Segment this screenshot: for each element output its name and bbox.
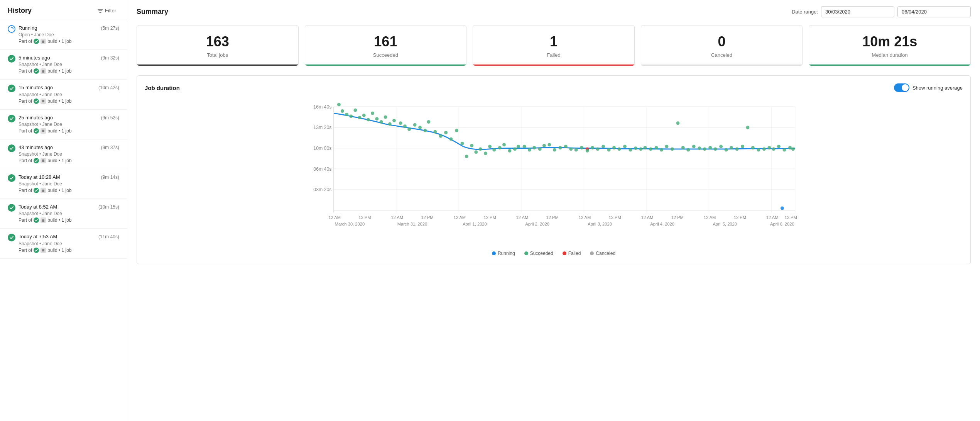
meta-build-icon: ▦ [41,128,46,134]
running-icon [8,25,15,33]
svg-point-101 [612,146,616,149]
svg-point-97 [591,146,594,149]
history-item-meta: Part of ▦ build • 1 job [19,39,72,44]
svg-point-75 [484,152,487,155]
svg-point-68 [449,138,453,141]
svg-point-92 [569,148,573,151]
svg-point-63 [423,129,427,132]
history-duration: (9m 32s) [101,55,119,61]
history-item-meta: Part of ▦ build • 1 job [19,188,72,193]
history-duration: (10m 15s) [98,204,119,210]
svg-text:12 AM: 12 AM [579,215,591,220]
meta-check-icon [34,68,39,74]
history-item[interactable]: 5 minutes ago Snapshot • Jane Doe Part o… [0,50,127,80]
svg-point-50 [362,114,366,117]
stat-label-succeeded: Succeeded [311,52,460,58]
svg-point-103 [623,145,627,148]
stats-row: 163 Total jobs 161 Succeeded 1 Failed 0 … [137,25,971,66]
chart-section: Job duration Show running average 16m 40… [137,75,971,264]
stat-value-duration: 10m 21s [815,33,964,50]
history-item[interactable]: 43 minutes ago Snapshot • Jane Doe Part … [0,139,127,169]
svg-text:April 5, 2020: April 5, 2020 [713,222,737,226]
svg-point-109 [655,146,658,149]
history-item-title: 43 minutes ago [19,144,72,151]
svg-point-133 [782,148,786,152]
svg-point-99 [602,145,605,148]
svg-point-73 [474,150,478,154]
svg-point-52 [371,112,374,115]
legend-running: Running [492,251,515,256]
stat-value-succeeded: 161 [311,33,460,50]
svg-point-108 [649,148,652,151]
history-item[interactable]: Running Open • Jane Doe Part of ▦ build … [0,20,127,50]
history-item-title: 5 minutes ago [19,54,72,61]
svg-point-45 [341,109,344,113]
svg-point-111 [665,145,668,148]
history-item[interactable]: Today at 7:53 AM Snapshot • Jane Doe Par… [0,229,127,258]
svg-text:12 AM: 12 AM [641,215,654,220]
svg-text:12 PM: 12 PM [785,215,797,220]
page-title: Summary [137,8,168,16]
history-item-meta: Part of ▦ build • 1 job [19,217,72,223]
svg-point-79 [502,143,506,146]
svg-point-78 [498,146,502,149]
history-item-meta: Part of ▦ build • 1 job [19,248,72,253]
svg-point-89 [553,148,556,152]
running-average-toggle[interactable] [894,83,909,92]
sidebar: History Filter Running Open • Jane Doe P… [0,0,127,421]
sidebar-header: History Filter [0,0,127,20]
history-item[interactable]: Today at 10:28 AM Snapshot • Jane Doe Pa… [0,169,127,199]
success-icon [8,144,15,152]
svg-point-48 [353,109,357,112]
svg-text:April 4, 2020: April 4, 2020 [650,222,674,226]
svg-text:12 PM: 12 PM [483,215,496,220]
meta-build-icon: ▦ [41,217,46,223]
history-item[interactable]: Today at 8:52 AM Snapshot • Jane Doe Par… [0,199,127,229]
legend-dot-failed [563,251,566,255]
history-duration: (9m 52s) [101,115,119,121]
main-content: Summary Date range: 163 Total jobs 161 S… [127,0,980,421]
history-item-sub: Snapshot • Jane Doe [19,211,72,216]
success-icon [8,55,15,63]
filter-button[interactable]: Filter [95,6,119,15]
chart-legend: Running Succeeded Failed Canceled [145,251,963,256]
history-item[interactable]: 25 minutes ago Snapshot • Jane Doe Part … [0,110,127,139]
svg-point-46 [345,113,348,116]
history-item-meta: Part of ▦ build • 1 job [19,128,72,134]
legend-label-canceled: Canceled [596,251,615,256]
history-item[interactable]: 15 minutes ago Snapshot • Jane Doe Part … [0,80,127,109]
svg-point-100 [607,148,611,152]
history-item-meta: Part of ▦ build • 1 job [19,98,72,104]
svg-point-47 [349,115,353,118]
history-item-sub: Open • Jane Doe [19,32,72,37]
success-icon [8,115,15,122]
svg-point-70 [461,142,464,145]
date-from-input[interactable] [821,6,894,17]
stat-card-failed: 1 Failed [473,25,635,66]
history-duration: (10m 42s) [98,85,119,90]
svg-text:12 AM: 12 AM [454,215,466,220]
svg-text:16m 40s: 16m 40s [313,104,331,110]
svg-text:12 PM: 12 PM [671,215,684,220]
date-to-input[interactable] [897,6,971,17]
svg-point-127 [751,146,755,149]
toggle-row: Show running average [894,83,963,92]
meta-build-icon: ▦ [41,188,46,193]
svg-text:13m 20s: 13m 20s [313,125,331,131]
chart-title: Job duration [145,85,180,91]
main-header: Summary Date range: [137,6,971,17]
filter-label: Filter [105,8,116,14]
svg-point-55 [384,115,387,119]
svg-point-122 [725,148,728,152]
history-item-sub: Snapshot • Jane Doe [19,181,72,187]
svg-point-113 [676,122,679,125]
legend-succeeded: Succeeded [524,251,553,256]
history-item-title: Today at 8:52 AM [19,204,72,210]
meta-build-icon: ▦ [41,68,46,74]
svg-text:12 AM: 12 AM [704,215,716,220]
svg-point-118 [703,148,706,151]
svg-point-51 [367,118,370,122]
history-item-meta: Part of ▦ build • 1 job [19,158,72,163]
meta-check-icon [34,128,39,134]
svg-point-136 [781,207,784,210]
